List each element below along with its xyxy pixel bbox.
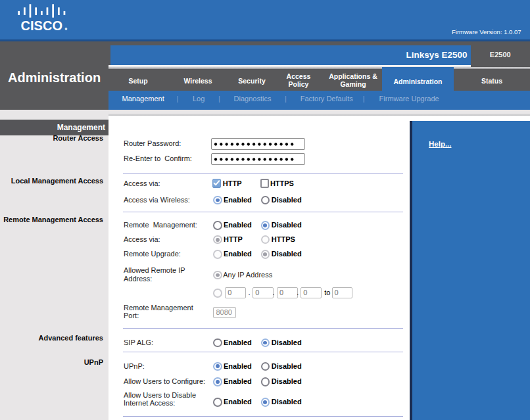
svg-text:CISCO: CISCO	[21, 18, 62, 33]
